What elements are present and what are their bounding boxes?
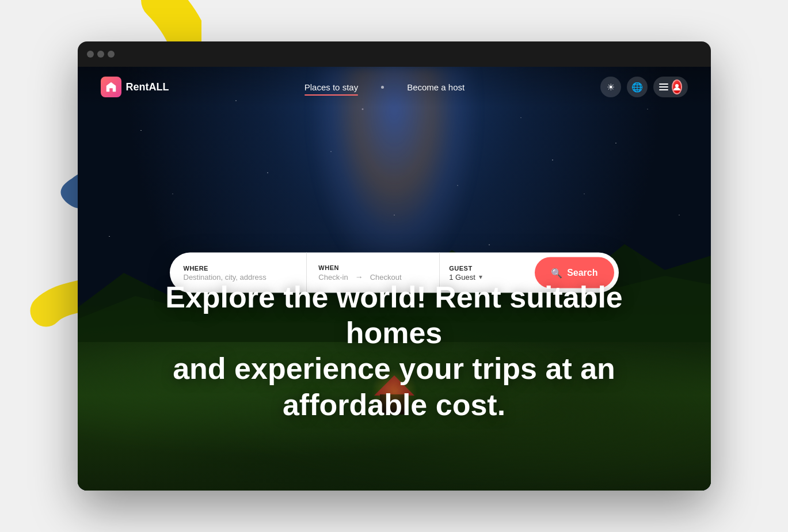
user-menu-button[interactable] xyxy=(653,77,688,97)
logo[interactable]: RentALL xyxy=(101,77,169,97)
hero-text: Explore the world! Rent suitable homes a… xyxy=(78,279,711,423)
logo-text: RentALL xyxy=(126,81,169,93)
when-label: When xyxy=(318,264,428,271)
nav-actions: ☀ 🌐 xyxy=(600,77,688,97)
nav-links: Places to stay Become a host xyxy=(169,82,600,92)
hero-heading: Explore the world! Rent suitable homes a… xyxy=(135,279,653,423)
avatar xyxy=(672,79,682,94)
search-button-label: Search xyxy=(567,268,597,278)
nav-link-places[interactable]: Places to stay xyxy=(304,82,358,92)
navigation: RentALL Places to stay Become a host ☀ 🌐 xyxy=(78,67,711,107)
menu-icon xyxy=(659,83,668,90)
globe-icon: 🌐 xyxy=(631,82,643,93)
nav-link-host[interactable]: Become a host xyxy=(407,82,465,92)
theme-toggle-button[interactable]: ☀ xyxy=(600,77,621,97)
browser-dot-yellow xyxy=(97,51,104,58)
logo-icon xyxy=(101,77,121,97)
where-label: Where xyxy=(184,264,293,271)
browser-titlebar xyxy=(78,41,711,67)
browser-content: RentALL Places to stay Become a host ☀ 🌐 xyxy=(78,67,711,491)
search-icon: 🔍 xyxy=(551,267,562,278)
browser-window: RentALL Places to stay Become a host ☀ 🌐 xyxy=(78,41,711,491)
hero-line-3: affordable cost. xyxy=(283,388,505,421)
language-button[interactable]: 🌐 xyxy=(627,77,648,97)
hero-line-1: Explore the world! Rent suitable homes xyxy=(165,280,623,349)
sun-icon: ☀ xyxy=(607,82,615,93)
browser-dot-green xyxy=(108,51,115,58)
svg-point-2 xyxy=(675,84,679,88)
nav-separator xyxy=(381,86,384,89)
browser-dot-red xyxy=(87,51,94,58)
guest-label: Guest xyxy=(449,264,526,271)
hero-line-2: and experience your trips at an xyxy=(173,352,615,385)
